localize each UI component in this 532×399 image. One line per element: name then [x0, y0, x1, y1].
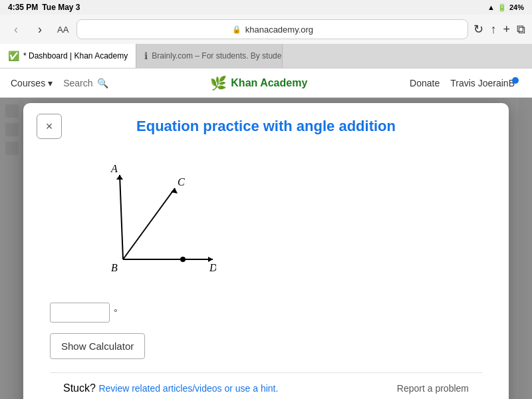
lock-icon: 🔒	[232, 25, 241, 34]
svg-line-1	[120, 175, 123, 259]
search-area: Search 🔍	[63, 78, 108, 88]
status-day: Tue May 3	[42, 3, 80, 12]
battery-icon: 🔋	[497, 3, 507, 12]
label-b: B	[111, 262, 118, 273]
diagram-container: A B C D	[70, 156, 216, 289]
browser-tab-1[interactable]: ✅ * Dashboard | Khan Academy	[0, 44, 136, 68]
browser-toolbar: ‹ › AA 🔒 khanacademy.org ↻ ↑ + ⧉	[0, 15, 532, 44]
svg-line-2	[123, 188, 175, 259]
status-time: 4:35 PM	[8, 3, 38, 12]
point-dot	[180, 257, 186, 262]
browser-chrome: ‹ › AA 🔒 khanacademy.org ↻ ↑ + ⧉ ✅ * Das…	[0, 15, 532, 68]
modal-footer: Stuck? Review related articles/videos or…	[50, 372, 482, 399]
degree-symbol: °	[114, 307, 118, 318]
browser-refresh-button[interactable]: ↻	[473, 22, 483, 37]
answer-input[interactable]	[50, 303, 110, 323]
modal-dialog: × Equation practice with angle addition	[23, 103, 509, 399]
close-icon: ×	[46, 120, 53, 134]
browser-add-tab-button[interactable]: +	[503, 23, 510, 37]
ka-leaf-icon: 🌿	[210, 75, 227, 91]
browser-forward-button[interactable]: ›	[31, 20, 49, 39]
ka-nav-right: Donate Travis JoerainB	[410, 78, 521, 88]
modal-overlay: × Equation practice with angle addition	[0, 98, 532, 399]
browser-tabs-button[interactable]: ⧉	[517, 23, 525, 37]
tab1-favicon: ✅	[8, 51, 19, 61]
url-text: khanacademy.org	[245, 25, 313, 35]
courses-chevron-icon: ▾	[48, 78, 53, 88]
tab2-favicon: ℹ	[144, 51, 148, 61]
arrow-d	[208, 257, 213, 262]
browser-tabs: ✅ * Dashboard | Khan Academy ℹ Brainly.c…	[0, 44, 532, 68]
status-bar: 4:35 PM Tue May 3 ▲ 🔋 24%	[0, 0, 532, 15]
search-icon: 🔍	[97, 78, 108, 88]
username-label: Travis JoerainB	[450, 78, 515, 88]
main-content: × Equation practice with angle addition	[0, 98, 532, 399]
modal-close-button[interactable]: ×	[37, 114, 62, 139]
browser-back-button[interactable]: ‹	[7, 20, 25, 39]
notification-dot	[512, 77, 519, 84]
browser-reader-button[interactable]: AA	[55, 25, 71, 35]
search-label: Search	[63, 78, 92, 88]
label-d: D	[209, 262, 216, 273]
ka-logo-text: Khan Academy	[231, 77, 307, 89]
user-menu[interactable]: Travis JoerainB	[450, 78, 521, 88]
browser-share-button[interactable]: ↑	[490, 23, 496, 37]
review-link[interactable]: Review related articles/videos or use a …	[98, 383, 278, 394]
geometry-diagram: A B C D	[70, 156, 216, 289]
label-a: A	[110, 163, 118, 174]
ka-navbar: Courses ▾ Search 🔍 🌿 Khan Academy Donate…	[0, 68, 532, 98]
show-calculator-label: Show Calculator	[61, 340, 134, 352]
stuck-label: Stuck?	[63, 382, 96, 394]
label-c: C	[178, 176, 185, 188]
report-problem-link[interactable]: Report a problem	[397, 383, 469, 394]
browser-url-bar[interactable]: 🔒 khanacademy.org	[76, 19, 468, 39]
battery-level: 24%	[509, 3, 524, 11]
wifi-icon: ▲	[487, 3, 495, 11]
courses-button[interactable]: Courses ▾	[11, 78, 53, 88]
show-calculator-button[interactable]: Show Calculator	[50, 333, 145, 359]
browser-tab-2[interactable]: ℹ Brainly.com – For students. By student…	[136, 44, 283, 68]
answer-area: °	[50, 303, 482, 323]
browser-actions: ↻ ↑ + ⧉	[473, 22, 525, 37]
courses-label: Courses	[11, 78, 45, 88]
modal-title: Equation practice with angle addition	[62, 118, 495, 135]
modal-header: × Equation practice with angle addition	[23, 103, 509, 150]
stuck-area: Stuck? Review related articles/videos or…	[63, 382, 278, 394]
tab1-title: * Dashboard | Khan Academy	[23, 51, 128, 61]
donate-link[interactable]: Donate	[410, 78, 440, 88]
arrow-a	[116, 175, 123, 180]
modal-body: A B C D ° Show Calculator	[23, 150, 509, 399]
ka-logo: 🌿 Khan Academy	[210, 75, 307, 91]
tab2-title: Brainly.com – For students. By students.	[152, 51, 283, 61]
